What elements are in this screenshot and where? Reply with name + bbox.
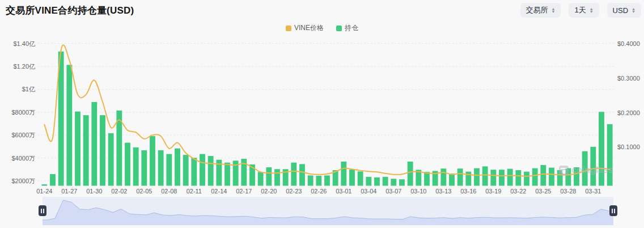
oi-bar xyxy=(291,163,296,186)
oi-bar xyxy=(41,184,47,185)
oi-chart-panel: { "title": "交易所VINE合约持仓量(USD)", "control… xyxy=(0,0,644,228)
x-axis-label: 02-20 xyxy=(261,188,277,195)
main-chart[interactable]: $2000万$4000万$6000万$8000万$1亿$1.20亿$1.40亿$… xyxy=(0,0,644,228)
x-axis-label: 03-19 xyxy=(485,188,501,195)
x-axis-label: 01-30 xyxy=(86,188,102,195)
oi-bar xyxy=(258,172,264,185)
x-axis-label: 02-08 xyxy=(161,188,177,195)
oi-bar xyxy=(374,178,380,186)
x-axis-label: 01-27 xyxy=(61,188,77,195)
oi-bar xyxy=(383,177,388,186)
oi-bar xyxy=(100,115,105,185)
oi-bar xyxy=(408,162,413,186)
oi-bar xyxy=(540,165,546,186)
oi-bar xyxy=(440,168,446,185)
oi-bar xyxy=(341,162,346,186)
x-axis-label: 02-02 xyxy=(111,188,127,195)
oi-bar xyxy=(66,65,72,185)
x-axis-label: 02-26 xyxy=(311,188,327,195)
y-axis-label-left: $1.20亿 xyxy=(13,63,35,70)
oi-bar xyxy=(457,168,463,185)
oi-bar xyxy=(150,136,155,186)
oi-bar xyxy=(50,174,56,186)
oi-bar xyxy=(557,170,563,185)
oi-bar xyxy=(274,169,280,185)
x-axis-label: 02-14 xyxy=(211,188,227,195)
x-axis-label: 01-24 xyxy=(36,188,52,195)
oi-bar xyxy=(424,172,430,185)
y-axis-label-right: $0.1000 xyxy=(617,143,640,150)
y-axis-label-left: $6000万 xyxy=(11,132,35,138)
oi-bar xyxy=(324,175,330,185)
oi-bar xyxy=(266,167,272,186)
x-axis-label: 02-11 xyxy=(187,188,202,195)
oi-bar xyxy=(532,168,538,186)
oi-bar xyxy=(166,154,172,186)
oi-bar xyxy=(366,177,371,186)
oi-bar xyxy=(607,124,613,186)
oi-bar xyxy=(183,155,189,185)
oi-bar xyxy=(200,154,205,186)
navigator[interactable] xyxy=(43,197,613,225)
x-axis-label: 02-23 xyxy=(286,188,302,195)
oi-bar xyxy=(308,175,313,185)
oi-bar xyxy=(75,112,80,186)
oi-bar xyxy=(208,156,214,186)
navigator-handle-left[interactable] xyxy=(39,205,46,216)
oi-bar xyxy=(133,147,139,186)
oi-bar xyxy=(316,176,321,186)
y-axis-label-left: $1亿 xyxy=(22,86,35,92)
oi-bar xyxy=(299,164,305,185)
oi-bars[interactable] xyxy=(41,52,612,186)
oi-bar xyxy=(565,168,571,186)
oi-bar xyxy=(499,170,505,185)
oi-bar xyxy=(599,112,604,185)
oi-bar xyxy=(175,149,180,186)
x-axis-label: 03-31 xyxy=(585,188,601,195)
oi-bar xyxy=(241,159,247,185)
oi-bar xyxy=(590,147,596,186)
oi-bar xyxy=(91,102,97,186)
x-axis-label: 03-25 xyxy=(535,188,551,195)
oi-bar xyxy=(582,151,588,186)
y-axis-label-left: $2000万 xyxy=(11,178,35,184)
y-axis-label-right: $0.4000 xyxy=(617,40,640,47)
y-axis-label-right: $0.2000 xyxy=(617,109,640,116)
oi-bar xyxy=(358,171,363,185)
x-axis-label: 03-01 xyxy=(336,188,351,195)
y-axis-label-left: $8000万 xyxy=(11,109,35,116)
oi-bar xyxy=(515,170,521,185)
oi-bar xyxy=(449,174,455,185)
y-axis-label-left: $1.40亿 xyxy=(13,40,35,47)
oi-bar xyxy=(549,168,554,186)
oi-bar xyxy=(141,150,147,186)
x-axis-label: 03-04 xyxy=(361,188,376,195)
oi-bar xyxy=(399,179,405,185)
oi-bar xyxy=(125,143,130,186)
x-axis-labels: 01-2401-2701-3002-0202-0502-0802-1102-14… xyxy=(36,188,601,195)
x-axis-label: 03-07 xyxy=(385,188,401,195)
navigator-handle-right[interactable] xyxy=(609,205,617,216)
x-axis-label: 03-28 xyxy=(560,188,576,195)
oi-bar xyxy=(158,150,164,186)
oi-bar xyxy=(490,170,496,185)
oi-bar xyxy=(108,133,114,186)
x-axis-label: 03-10 xyxy=(410,188,426,195)
oi-bar xyxy=(391,179,396,185)
oi-bar xyxy=(524,172,529,186)
y-axis-label-right: $0.3000 xyxy=(617,75,640,82)
oi-bar xyxy=(191,158,197,185)
oi-bar xyxy=(482,166,488,185)
oi-bar xyxy=(474,168,480,186)
oi-bar xyxy=(83,115,89,185)
oi-bar xyxy=(349,170,355,185)
x-axis-label: 02-17 xyxy=(236,188,252,195)
x-axis-label: 03-13 xyxy=(435,188,451,195)
x-axis-label: 03-16 xyxy=(460,188,476,195)
x-axis-label: 02-05 xyxy=(136,188,152,195)
x-axis-label: 03-22 xyxy=(510,188,526,195)
oi-bar xyxy=(507,169,513,186)
oi-bar xyxy=(574,167,579,186)
y-axis-label-left: $4000万 xyxy=(11,155,35,162)
oi-bar xyxy=(224,163,230,186)
